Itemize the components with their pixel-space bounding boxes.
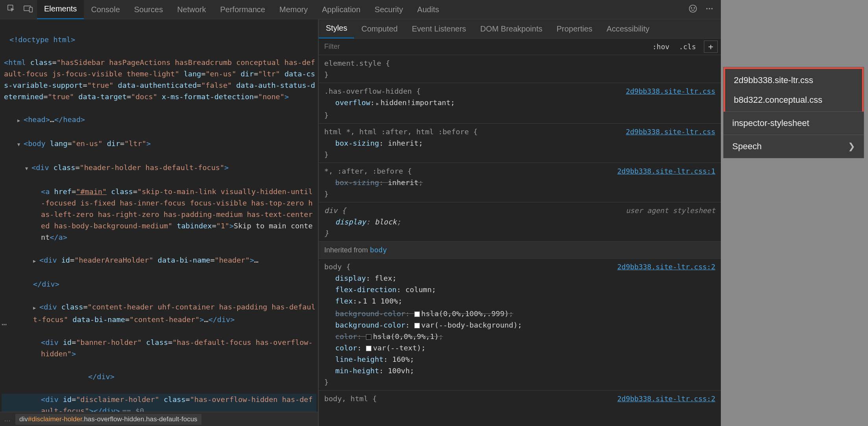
styles-rules-list: element.style { } 2d9bb338.site-ltr.css … [319, 55, 721, 426]
selected-dom-node[interactable]: <div id="disclaimer-holder" class="has-o… [2, 394, 316, 412]
main-tab-bar: Elements Console Sources Network Perform… [0, 0, 721, 19]
hov-toggle[interactable]: :hov [648, 40, 674, 53]
filter-input[interactable] [319, 39, 648, 54]
source-link[interactable]: 2d9bb338.site-ltr.css:1 [617, 165, 715, 177]
expand-triangle-icon[interactable]: ▶ [33, 302, 39, 314]
overflow-marker: … [0, 317, 7, 327]
color-swatch[interactable] [366, 346, 371, 351]
rule-has-overflow-hidden[interactable]: 2d9bb338.site-ltr.css .has-overflow-hidd… [319, 83, 721, 124]
cls-toggle[interactable]: .cls [674, 40, 700, 53]
rule-universal[interactable]: 2d9bb338.site-ltr.css:1 *, :after, :befo… [319, 163, 721, 202]
tab-network[interactable]: Network [170, 0, 213, 19]
rule-html-star[interactable]: 2d9bb338.site-ltr.css html *, html :afte… [319, 124, 721, 163]
tab-memory[interactable]: Memory [272, 0, 315, 19]
tab-console[interactable]: Console [84, 0, 127, 19]
elements-panel: <!doctype html> <html class="hasSidebar … [0, 19, 319, 426]
svg-point-8 [711, 8, 713, 9]
new-style-rule-button[interactable]: + [704, 41, 718, 53]
source-link[interactable]: 2d9bb338.site-ltr.css [626, 85, 715, 97]
tab-performance[interactable]: Performance [213, 0, 273, 19]
svg-rect-2 [30, 7, 33, 12]
tab-sources[interactable]: Sources [127, 0, 170, 19]
tab-security[interactable]: Security [368, 0, 410, 19]
tab-audits[interactable]: Audits [410, 0, 446, 19]
color-swatch[interactable] [414, 311, 420, 317]
chevron-right-icon: ❯ [848, 141, 855, 152]
rule-ua-div[interactable]: user agent stylesheet div { display: blo… [319, 202, 721, 242]
source-link[interactable]: 2d9bb338.site-ltr.css:2 [617, 261, 715, 272]
svg-point-6 [706, 8, 708, 9]
panels-container: <!doctype html> <html class="hasSidebar … [0, 19, 721, 426]
context-menu: 2d9bb338.site-ltr.css b8d322.conceptual.… [723, 67, 864, 158]
collapse-triangle-icon[interactable]: ▼ [25, 163, 31, 174]
tab-elements[interactable]: Elements [37, 0, 84, 19]
rule-body-html[interactable]: 2d9bb338.site-ltr.css:2 body, html { [319, 391, 721, 407]
context-menu-highlighted-group: 2d9bb338.site-ltr.css b8d322.conceptual.… [724, 67, 864, 112]
context-menu-item-css2[interactable]: b8d322.conceptual.css [725, 90, 862, 110]
tab-dom-breakpoints[interactable]: DOM Breakpoints [473, 20, 550, 38]
svg-point-4 [691, 7, 692, 8]
ua-stylesheet-label: user agent stylesheet [626, 205, 715, 216]
tab-accessibility[interactable]: Accessibility [600, 20, 657, 38]
tab-event-listeners[interactable]: Event Listeners [405, 20, 473, 38]
svg-point-5 [694, 7, 695, 8]
dom-tree[interactable]: <!doctype html> <html class="hasSidebar … [0, 19, 318, 412]
feedback-icon[interactable] [685, 1, 701, 18]
dom-breadcrumb[interactable]: … div#disclaimer-holder.has-overflow-hid… [0, 412, 318, 426]
more-options-icon[interactable] [701, 1, 718, 18]
rule-body[interactable]: 2d9bb338.site-ltr.css:2 body { display: … [319, 259, 721, 391]
inspect-element-icon[interactable] [3, 1, 20, 18]
source-link[interactable]: 2d9bb338.site-ltr.css [626, 126, 715, 137]
doctype-node[interactable]: <!doctype html> [9, 35, 75, 44]
styles-tab-bar: Styles Computed Event Listeners DOM Brea… [319, 19, 721, 39]
tab-properties[interactable]: Properties [549, 20, 599, 38]
source-link[interactable]: 2d9bb338.site-ltr.css:2 [617, 393, 715, 404]
expand-triangle-icon[interactable]: ▶ [17, 115, 24, 126]
styles-toolbar: :hov .cls + [319, 39, 721, 55]
color-swatch[interactable] [414, 323, 420, 328]
expand-triangle-icon[interactable]: ▶ [33, 256, 39, 267]
breadcrumb-more[interactable]: … [4, 415, 15, 423]
tab-application[interactable]: Application [315, 0, 368, 19]
breadcrumb-selected[interactable]: div#disclaimer-holder.has-overflow-hidde… [15, 414, 201, 425]
context-menu-item-css1[interactable]: 2d9bb338.site-ltr.css [725, 70, 862, 90]
svg-point-3 [689, 5, 696, 12]
tab-computed[interactable]: Computed [354, 20, 404, 38]
svg-point-7 [709, 8, 710, 9]
inherited-from-header: Inherited from body [319, 242, 721, 259]
tab-styles[interactable]: Styles [319, 19, 354, 39]
color-swatch[interactable] [366, 334, 371, 340]
rule-element-style[interactable]: element.style { } [319, 55, 721, 83]
collapse-triangle-icon[interactable]: ▼ [17, 139, 24, 150]
styles-panel: Styles Computed Event Listeners DOM Brea… [319, 19, 721, 426]
inherited-element-link[interactable]: body [370, 246, 387, 254]
devtools-window: Elements Console Sources Network Perform… [0, 0, 721, 426]
device-toolbar-icon[interactable] [20, 2, 37, 18]
context-menu-item-speech[interactable]: Speech❯ [724, 137, 864, 156]
context-menu-item-inspector-stylesheet[interactable]: inspector-stylesheet [724, 113, 864, 133]
